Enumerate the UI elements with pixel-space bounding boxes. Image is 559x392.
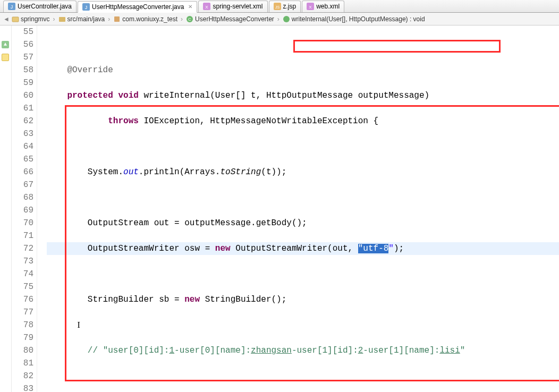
method-icon: [283, 15, 290, 23]
breadcrumb-label: writeInternal(User[], HttpOutputMessage)…: [292, 15, 425, 23]
breadcrumb-class[interactable]: C UserHttpMessageConverter: [186, 15, 274, 23]
line-number: 58: [12, 64, 33, 76]
chevron-right-icon: ›: [277, 15, 280, 23]
svg-rect-12: [114, 16, 120, 22]
line-number: 57: [12, 51, 33, 64]
code-editor[interactable]: ▲ 55565758596061626364656667686970717273…: [0, 25, 559, 392]
chevron-right-icon: ›: [181, 15, 183, 23]
svg-text:X: X: [206, 5, 209, 10]
xml-file-icon: X: [307, 3, 314, 10]
line-number: 79: [12, 331, 33, 344]
breadcrumb-project[interactable]: springmvc: [12, 15, 50, 23]
method-param-outputmessage: HttpOutputMessage outputMessage: [266, 91, 425, 100]
line-number: 81: [12, 357, 33, 370]
warning-marker-icon: [2, 54, 9, 61]
back-icon[interactable]: ◄: [3, 15, 10, 23]
package-icon: [113, 15, 121, 23]
line-number: 66: [12, 166, 33, 178]
line-number: 74: [12, 268, 33, 280]
xml-file-icon: X: [203, 3, 210, 10]
svg-rect-10: [12, 17, 19, 22]
line-number: 75: [12, 280, 33, 293]
java-file-icon: J: [8, 3, 15, 10]
current-line: OutputStreamWriter osw = new OutputStrea…: [47, 242, 559, 255]
class-icon: C: [186, 15, 193, 23]
breadcrumb-label: src/main/java: [67, 15, 105, 23]
editor-tabs: J UserController.java J UserHttpMessageC…: [0, 0, 559, 13]
src-folder-icon: [58, 15, 66, 23]
svg-point-15: [283, 16, 290, 22]
svg-text:JS: JS: [275, 5, 280, 9]
line-number: 55: [12, 25, 33, 38]
line-number: 80: [12, 344, 33, 357]
jsp-file-icon: JS: [274, 3, 281, 10]
svg-text:J: J: [11, 4, 13, 10]
project-icon: [12, 15, 19, 23]
code-area[interactable]: @Override protected void writeInternal(U…: [37, 25, 559, 392]
chevron-right-icon: ›: [53, 15, 55, 23]
line-number: 63: [12, 127, 33, 140]
tab-usercontroller[interactable]: J UserController.java: [3, 1, 77, 12]
override-marker-icon: ▲: [2, 41, 9, 48]
line-number: 82: [12, 370, 33, 382]
line-number: 71: [12, 229, 33, 242]
close-icon[interactable]: ✕: [188, 4, 192, 10]
breadcrumb-src[interactable]: src/main/java: [58, 15, 105, 23]
breadcrumb: ◄ springmvc › src/main/java › com.woniux…: [0, 13, 559, 25]
tab-label: UserController.java: [18, 3, 72, 10]
tab-label: web.xml: [316, 3, 340, 10]
line-number: 68: [12, 191, 33, 204]
chevron-right-icon: ›: [108, 15, 110, 23]
tab-zjsp[interactable]: JS z.jsp: [269, 1, 301, 12]
tab-userhttpmessageconverter[interactable]: J UserHttpMessageConverter.java ✕: [78, 1, 197, 13]
svg-text:X: X: [309, 5, 312, 10]
breadcrumb-label: UserHttpMessageConverter: [195, 15, 274, 23]
svg-rect-11: [59, 17, 65, 22]
marker-bar: ▲: [0, 25, 12, 392]
breadcrumb-method[interactable]: writeInternal(User[], HttpOutputMessage)…: [283, 15, 425, 23]
line-number: 61: [12, 102, 33, 115]
line-number-gutter: 5556575859606162636465666768697071727374…: [12, 25, 37, 392]
line-number: 73: [12, 255, 33, 268]
breadcrumb-label: com.woniuxy.z_test: [122, 15, 177, 23]
tab-webxml[interactable]: X web.xml: [302, 1, 344, 12]
line-number: 83: [12, 382, 33, 392]
line-number: 77: [12, 306, 33, 319]
svg-text:J: J: [85, 5, 88, 10]
tab-label: z.jsp: [283, 3, 297, 10]
line-number: 72: [12, 242, 33, 255]
line-number: 67: [12, 178, 33, 191]
tab-label: UserHttpMessageConverter.java: [92, 3, 184, 11]
line-number: 64: [12, 140, 33, 153]
line-number: 76: [12, 293, 33, 306]
line-number: 69: [12, 204, 33, 217]
svg-text:C: C: [188, 17, 191, 22]
line-number: 60: [12, 89, 33, 102]
breadcrumb-label: springmvc: [21, 15, 50, 23]
line-number: 78: [12, 319, 33, 331]
line-number: 62: [12, 115, 33, 127]
annotation: @Override: [67, 65, 113, 75]
tab-label: spring-servlet.xml: [213, 3, 262, 10]
line-number: 70: [12, 217, 33, 229]
breadcrumb-package[interactable]: com.woniuxy.z_test: [113, 15, 177, 23]
line-number: 65: [12, 153, 33, 166]
java-file-icon: J: [82, 3, 90, 11]
line-number: 59: [12, 76, 33, 89]
line-number: 56: [12, 38, 33, 51]
tab-spring-servlet[interactable]: X spring-servlet.xml: [198, 1, 267, 12]
text-selection: "utf-8: [358, 244, 389, 253]
text-caret: I: [78, 320, 80, 329]
